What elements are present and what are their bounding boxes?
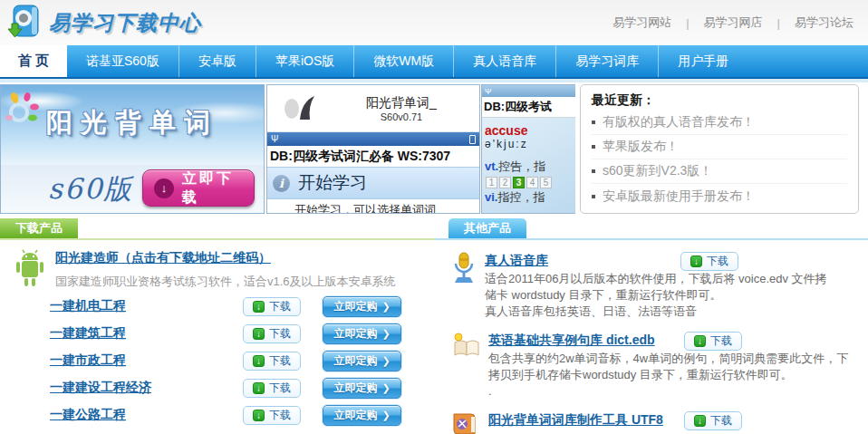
other-section-header: 其他产品 [435,218,868,240]
item-description: 包含共享的约2w单词音标，4w单词的例句，简明词典需要此文件，下 [488,351,868,367]
nav-tab-dictionary[interactable]: 易学习词库 [555,45,658,77]
update-text: 有版权的真人语音库发布！ [603,114,755,130]
product-title-link[interactable]: 阳光建造师（点击有下载地址二维码） [55,250,271,265]
content-columns: 阳光建造师（点击有下载地址二维码） 国家建造师职业资格考试练习软件，适合v1.6… [0,240,868,434]
download-button[interactable]: 下载 [684,332,742,351]
recent-updates-box: 最近更新： 有版权的真人语音库发布！ 苹果版发布！ s60更新到V2.3版！ 安… [580,84,859,214]
phone1-status-bar [267,132,479,146]
download-button[interactable]: 下载 [243,406,301,425]
banner-download-label: 立即下载 [182,169,243,207]
microphone-icon [451,251,477,320]
order-now-button[interactable]: 立即定购 [323,323,401,344]
nav-bottom-strip [0,79,868,82]
nav-tab-wm[interactable]: 微软WM版 [353,45,453,77]
update-item[interactable]: 安卓版最新使用手册发布！ [592,184,847,208]
download-arrow-icon [154,178,174,198]
download-label: 下载 [269,326,291,342]
order-now-button[interactable]: 立即定购 [323,405,401,426]
download-button[interactable]: 下载 [243,352,301,371]
item-description: 适合2011年06月以后版本的软件使用，下载后将 voice.edv 文件拷 [485,271,868,287]
row-link-jidian[interactable]: 一建机电工程 [50,298,243,314]
download-icon [253,355,265,367]
download-button[interactable]: 下载 [680,252,738,271]
item-title-row: 真人语音库 下载 [485,251,868,271]
update-item[interactable]: 有版权的真人语音库发布！ [592,111,847,135]
bullet-icon [592,169,595,173]
download-label: 下载 [269,299,291,314]
bullet-icon [592,121,595,124]
header-link-forum[interactable]: 易学习论坛 [795,14,854,31]
page-header: 易学习下载中心 易学习网站 | 易学习网店 | 易学习论坛 [0,0,868,45]
download-row: 一建建筑工程 下载 立即定购 [0,320,435,347]
banner-download-button[interactable]: 立即下载 [142,169,255,207]
order-label: 立即定购 [333,299,377,314]
promo-edition: s60版 [48,170,133,208]
promo-sky-area: 阳光背单词 [1,85,264,165]
sun-flower-logo-icon [4,91,42,132]
download-row: 一建机电工程 下载 立即定购 [0,293,435,320]
download-button[interactable]: 下载 [684,411,742,430]
download-label: 下载 [269,381,291,396]
update-item[interactable]: 苹果版发布！ [592,135,847,159]
download-button[interactable]: 下载 [243,379,301,398]
nav-tab-voice-library[interactable]: 真人语音库 [453,45,555,77]
header-links: 易学习网站 | 易学习网店 | 易学习论坛 [612,14,859,31]
download-icon [253,410,265,421]
item-description: 储卡 wordstudy 目录下，重新运行软件即可。 [485,287,868,304]
nav-tab-manual[interactable]: 用户手册 [658,45,747,77]
chevron-right-icon [381,381,390,394]
order-now-button[interactable]: 立即定购 [323,351,401,371]
page-number-active: 3 [513,177,525,188]
sentence-library-link[interactable]: 英语基础共享例句库 dict.edb [488,333,684,349]
download-section-header: 下载产品 [0,218,435,240]
updates-title: 最近更新： [592,90,847,111]
row-link-shizheng[interactable]: 一建市政工程 [50,352,243,369]
site-logo[interactable]: 易学习下载中心 [7,2,201,43]
phone2-vi-text: 指控，指 [497,190,545,204]
phone2-status-bar [482,85,575,97]
nav-tab-ios[interactable]: 苹果iOS版 [256,45,353,77]
order-label: 立即定购 [333,326,377,342]
row-link-gonglu[interactable]: 一建公路工程 [50,407,243,423]
phone-screenshot-1: 阳光背单词_ S60v0.71 DB:四级考试词汇必备 WS:7307 开始学习… [266,84,480,214]
page-number: 4 [526,177,538,188]
download-label: 下载 [707,254,728,269]
other-products-column: 真人语音库 下载 适合2011年06月以后版本的软件使用，下载后将 voice.… [435,240,868,434]
dict-tool-link[interactable]: 阳光背单词词库制作工具 UTF8 [488,412,684,429]
header-link-store[interactable]: 易学习网店 [704,14,763,31]
chevron-right-icon [381,354,390,367]
site-title: 易学习下载中心 [49,9,201,37]
nav-tab-home[interactable]: 首 页 [0,45,67,77]
page-number: 1 [486,177,497,188]
order-label: 立即定购 [333,381,377,396]
download-row: 一建公路工程 下载 立即定购 [0,401,435,429]
nav-tab-android[interactable]: 安卓版 [178,45,256,77]
book-bulb-icon [451,331,480,400]
bullet-icon [592,145,595,149]
order-now-button[interactable]: 立即定购 [323,378,401,399]
bullet-icon [592,195,595,198]
phone1-app-logo-icon [280,91,320,127]
order-now-button[interactable]: 立即定购 [323,296,401,317]
row-link-jingji[interactable]: 一建建设工程经济 [50,380,243,396]
download-label: 下载 [710,413,732,429]
phone1-app-version: S60v0.71 [323,111,479,122]
nav-tab-nokia-s60[interactable]: 诺基亚S60版 [67,45,178,77]
phone2-vt-line: vt.控告，指 [485,159,575,175]
voice-library-link[interactable]: 真人语音库 [485,253,680,269]
phone2-vt-label: vt. [485,159,498,173]
antenna-icon [271,134,278,144]
download-icon [690,256,702,267]
download-row: 一建建设工程经济 下载 立即定购 [0,374,435,401]
chevron-right-icon [381,327,390,340]
phone2-vt-text: 控告，指 [498,159,545,173]
item-title-row: 英语基础共享例句库 dict.edb 下载 [488,331,868,351]
row-link-jianzhu[interactable]: 一建建筑工程 [50,325,243,342]
header-link-website[interactable]: 易学习网站 [612,14,671,31]
update-item[interactable]: s60更新到V2.3版！ [592,159,847,184]
download-button[interactable]: 下载 [243,324,301,343]
update-text: s60更新到V2.3版！ [603,163,712,179]
download-button[interactable]: 下载 [243,297,301,316]
phone2-phonetic: ə'kju:z [485,138,575,150]
item-title-row: 阳光背单词词库制作工具 UTF8 下载 [488,410,868,430]
